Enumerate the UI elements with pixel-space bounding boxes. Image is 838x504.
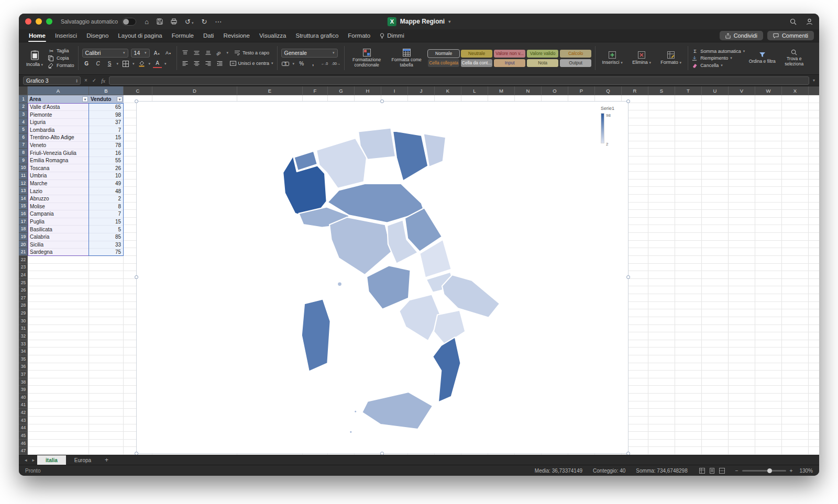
- chart-handle-middle-left[interactable]: [135, 275, 138, 279]
- column-header-h[interactable]: H: [355, 86, 381, 95]
- font-color-icon[interactable]: A: [153, 60, 162, 68]
- category-range[interactable]: Valle d'AostaPiemonteLiguriaLombardiaTre…: [28, 103, 89, 256]
- confirm-entry-icon[interactable]: ✓: [92, 77, 96, 83]
- title-chevron-icon[interactable]: ▾: [448, 19, 450, 24]
- menu-tab-home[interactable]: Home: [24, 29, 50, 42]
- column-header-q[interactable]: Q: [595, 86, 622, 95]
- fullscreen-window-button[interactable]: [46, 18, 52, 25]
- fill-color-chevron-icon[interactable]: ▾: [149, 62, 151, 66]
- cell-region-name[interactable]: Campania: [28, 210, 89, 218]
- cell-region-name[interactable]: Lazio: [28, 187, 89, 195]
- column-header-w[interactable]: W: [755, 86, 782, 95]
- orientation-icon[interactable]: ab: [215, 49, 224, 57]
- row-header-20[interactable]: 20: [19, 241, 28, 249]
- row-header-37[interactable]: 37: [19, 371, 28, 378]
- search-icon[interactable]: [790, 18, 797, 25]
- menu-tab-visualizza[interactable]: Visualizza: [255, 29, 291, 42]
- row-header-35[interactable]: 35: [19, 355, 28, 363]
- align-right-icon[interactable]: [204, 59, 213, 68]
- cell-region-name[interactable]: Umbria: [28, 172, 89, 180]
- row-header-38[interactable]: 38: [19, 378, 28, 386]
- zoom-out-icon[interactable]: −: [735, 468, 738, 474]
- cell-region-value[interactable]: 48: [89, 187, 123, 195]
- cell-region-name[interactable]: Veneto: [28, 142, 89, 150]
- row-header-22[interactable]: 22: [19, 256, 28, 264]
- column-header-n[interactable]: N: [515, 86, 542, 95]
- row-header-3[interactable]: 3: [19, 110, 28, 118]
- row-header-16[interactable]: 16: [19, 210, 28, 218]
- cell-region-value[interactable]: 7: [89, 126, 123, 134]
- font-size-select[interactable]: 14▾: [131, 49, 150, 58]
- row-header-8[interactable]: 8: [19, 149, 28, 156]
- row-header-32[interactable]: 32: [19, 332, 28, 340]
- column-header-p[interactable]: P: [568, 86, 595, 95]
- cell-region-name[interactable]: Calabria: [28, 233, 89, 241]
- row-header-1[interactable]: 1: [19, 95, 28, 103]
- cell-region-value[interactable]: 49: [89, 180, 123, 188]
- row-header-13[interactable]: 13: [19, 187, 28, 195]
- column-header-i[interactable]: I: [381, 86, 408, 95]
- fill-color-icon[interactable]: [137, 60, 146, 68]
- cell-style-valore-non-v[interactable]: Valore non v...: [494, 50, 525, 58]
- zoom-in-icon[interactable]: +: [790, 468, 793, 474]
- row-header-30[interactable]: 30: [19, 317, 28, 325]
- menu-tab-layout-di-pagina[interactable]: Layout di pagina: [113, 29, 167, 42]
- map-region-sicilia[interactable]: [362, 392, 433, 429]
- orientation-chevron-icon[interactable]: ▾: [227, 51, 229, 55]
- merge-center-button[interactable]: Unisci e centra ▾: [230, 61, 273, 66]
- row-header-5[interactable]: 5: [19, 126, 28, 133]
- column-header-v[interactable]: V: [729, 86, 755, 95]
- menu-tab-dimmi[interactable]: Dimmi: [375, 29, 409, 42]
- row-header-7[interactable]: 7: [19, 141, 28, 149]
- map-island-egadi[interactable]: [354, 410, 357, 413]
- underline-button[interactable]: S: [105, 60, 114, 68]
- cell-region-value[interactable]: 37: [89, 119, 123, 127]
- cell-region-name[interactable]: Trentino-Alto Adige: [28, 134, 89, 142]
- number-format-select[interactable]: Generale▾: [281, 49, 338, 58]
- autosave-toggle[interactable]: [122, 18, 136, 26]
- cell-region-value[interactable]: 7: [89, 210, 123, 218]
- bold-button[interactable]: G: [82, 60, 91, 68]
- row-header-39[interactable]: 39: [19, 386, 28, 394]
- cell-region-name[interactable]: Liguria: [28, 119, 89, 127]
- cell-region-name[interactable]: Emilia Romagna: [28, 157, 89, 165]
- cell-region-name[interactable]: Abruzzo: [28, 195, 89, 203]
- cancel-entry-icon[interactable]: ×: [84, 77, 87, 83]
- collapse-ribbon-icon[interactable]: ▾: [813, 78, 815, 83]
- more-commands-icon[interactable]: ⋯: [215, 18, 222, 26]
- cell-region-value[interactable]: 85: [89, 233, 123, 241]
- insert-cells-button[interactable]: Inserisci ▾: [599, 51, 625, 65]
- cell-region-value[interactable]: 2: [89, 195, 123, 203]
- row-header-40[interactable]: 40: [19, 394, 28, 401]
- row-header-43[interactable]: 43: [19, 417, 28, 424]
- cell-style-calcolo[interactable]: Calcolo: [560, 50, 591, 58]
- zoom-slider-thumb[interactable]: [767, 468, 772, 473]
- column-header-x[interactable]: X: [782, 86, 809, 95]
- row-header-21[interactable]: 21: [19, 248, 28, 256]
- map-region-campania[interactable]: [399, 294, 441, 341]
- chart-handle-bottom-right[interactable]: [626, 452, 630, 455]
- row-header-17[interactable]: 17: [19, 218, 28, 226]
- undo-icon[interactable]: ↺▾: [185, 18, 193, 26]
- percent-format-icon[interactable]: %: [297, 60, 306, 68]
- map-region-puglia[interactable]: [442, 275, 500, 318]
- row-header-12[interactable]: 12: [19, 180, 28, 187]
- normal-view-icon[interactable]: [699, 468, 705, 474]
- cut-button[interactable]: ✂Taglia: [48, 48, 74, 54]
- find-select-button[interactable]: Trova e seleziona: [779, 49, 809, 67]
- paste-button[interactable]: Incolla ▾: [24, 50, 45, 67]
- row-header-36[interactable]: 36: [19, 363, 28, 371]
- cell-style-cella-collegata[interactable]: Cella collegata: [428, 59, 459, 67]
- cell-region-name[interactable]: Sardegna: [28, 249, 89, 256]
- sheet-nav-left-icon[interactable]: ◂: [22, 457, 30, 463]
- copy-button[interactable]: Copia: [48, 55, 74, 61]
- decrease-decimal-icon[interactable]: .00→: [332, 60, 340, 68]
- cell-style-neutrale[interactable]: Neutrale: [461, 50, 492, 58]
- menu-tab-disegno[interactable]: Disegno: [82, 29, 113, 42]
- borders-chevron-icon[interactable]: ▾: [133, 62, 135, 66]
- cell-region-value[interactable]: 75: [89, 249, 123, 256]
- map-island-pantelleria[interactable]: [349, 431, 352, 433]
- cell-region-value[interactable]: 78: [89, 142, 123, 150]
- cell-style-input[interactable]: Input: [494, 59, 525, 67]
- cell-region-value[interactable]: 16: [89, 149, 123, 157]
